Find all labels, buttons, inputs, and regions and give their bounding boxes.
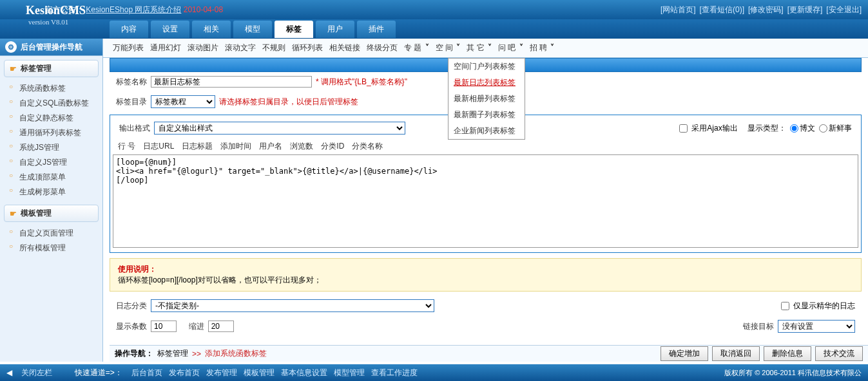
sidebar-group[interactable]: ☛模板管理	[4, 205, 99, 222]
op-nav: 操作导航： 标签管理 >> 添加系统函数标签 确定增加取消返回删除信息技术交流	[110, 345, 868, 362]
token[interactable]: 用户名	[259, 141, 282, 152]
dir-select[interactable]: 标签教程	[151, 95, 215, 108]
subnav-item[interactable]: 其 它 ˅	[467, 42, 492, 53]
sidebar-group[interactable]: ☛标签管理	[4, 60, 99, 77]
subnav-item[interactable]: 相关链接	[329, 42, 360, 53]
chevron-down-icon: ˅	[517, 43, 523, 52]
sidebar-header: ⚙ 后台管理操作导航	[0, 39, 102, 56]
sidebar-item[interactable]: 系统函数标签	[9, 81, 97, 96]
action-button[interactable]: 删除信息	[764, 346, 811, 361]
dir-label: 标签目录	[116, 97, 147, 107]
token[interactable]: 日志URL	[143, 141, 174, 152]
tab-内容[interactable]: 内容	[110, 21, 148, 38]
sidebar-item[interactable]: 生成树形菜单	[9, 185, 97, 200]
footer-link[interactable]: 查看工作进度	[371, 368, 418, 377]
top-link[interactable]: [修改密码]	[748, 5, 784, 15]
footer-link[interactable]: 模型管理	[334, 368, 365, 377]
chevron-down-icon: ˅	[423, 43, 429, 52]
action-button[interactable]: 取消返回	[712, 346, 760, 361]
token[interactable]: 添加时间	[220, 141, 251, 152]
gear-icon: ⚙	[5, 41, 17, 53]
subnav-item[interactable]: 招 聘 ˅	[530, 42, 555, 53]
subnav-item[interactable]: 滚动文字	[225, 42, 256, 53]
cat-select[interactable]: -不指定类别-	[151, 299, 434, 312]
essence-check[interactable]	[781, 302, 789, 310]
hand-icon: ☛	[10, 64, 17, 73]
chevron-down-icon: ˅	[486, 43, 492, 52]
close-sidebar-icon[interactable]: ◀	[6, 368, 12, 377]
rows-input[interactable]	[151, 321, 177, 332]
fmt-select[interactable]: 自定义输出样式	[154, 122, 405, 135]
footer-link[interactable]: 后台首页	[131, 368, 162, 377]
breadcrumb-current: 添加系统函数标签	[205, 348, 267, 359]
close-sidebar[interactable]: 关闭左栏	[21, 367, 52, 378]
token[interactable]: 日志标题	[182, 141, 213, 152]
tab-相关[interactable]: 相关	[192, 21, 231, 38]
breadcrumb-path[interactable]: 标签管理	[157, 348, 188, 359]
dropdown-item[interactable]: 空间门户列表标签	[448, 59, 525, 75]
top-link[interactable]: [安全退出]	[826, 5, 862, 15]
type-radio-blog[interactable]	[790, 124, 798, 133]
fmt-label: 输出格式	[119, 123, 150, 134]
dropdown-item[interactable]: 最新圈子列表标签	[448, 107, 525, 123]
rows-label: 显示条数	[116, 321, 147, 332]
name-hint: * 调用格式"{LB_标签名称}"	[316, 77, 407, 88]
subnav-item[interactable]: 空 间 ˅	[436, 42, 461, 53]
sidebar-item[interactable]: 自定义JS管理	[9, 155, 97, 170]
footer-link[interactable]: 模板管理	[244, 368, 275, 377]
subnav-item[interactable]: 不规则	[262, 42, 285, 53]
type-radio-fresh[interactable]	[819, 124, 827, 133]
subnav-item[interactable]: 万能列表	[113, 42, 144, 53]
sidebar-item[interactable]: 系统JS管理	[9, 140, 97, 155]
sidebar-item[interactable]: 所有模板管理	[9, 241, 97, 256]
logo: KesionCMS	[26, 4, 86, 17]
chevron-down-icon: ˅	[454, 43, 460, 52]
footer-link[interactable]: 发布管理	[206, 368, 237, 377]
footer-link[interactable]: 基本信息设置	[281, 368, 327, 377]
usage-box: 使用说明： 循环标签[loop=n][/loop]对可以省略，也可以平行出现多对…	[110, 258, 862, 292]
token[interactable]: 分类名称	[352, 141, 383, 152]
action-button[interactable]: 技术交流	[815, 346, 863, 361]
sidebar-item[interactable]: 自定义页面管理	[9, 226, 97, 241]
footer-link[interactable]: 发布首页	[169, 368, 200, 377]
ajax-check[interactable]	[679, 124, 688, 133]
tab-用户[interactable]: 用户	[316, 21, 354, 38]
tab-模型[interactable]: 模型	[233, 21, 272, 38]
name-label: 标签名称	[116, 77, 147, 88]
chevron-down-icon: ˅	[548, 43, 554, 52]
subnav-item[interactable]: 问 吧 ˅	[498, 42, 523, 53]
token[interactable]: 浏览数	[290, 141, 313, 152]
top-link[interactable]: [更新缓存]	[787, 5, 823, 15]
sidebar-item[interactable]: 通用循环列表标签	[9, 125, 97, 140]
top-links: [网站首页][查看短信(0)][修改密码][更新缓存][安全退出]	[661, 5, 862, 15]
token[interactable]: 行 号	[118, 141, 135, 152]
subnav-item[interactable]: 滚动图片	[188, 42, 218, 53]
dropdown-item[interactable]: 最新日志列表标签	[448, 75, 525, 91]
cat-label: 日志分类	[116, 301, 147, 311]
hand-icon: ☛	[10, 209, 17, 218]
indent-input[interactable]	[208, 321, 234, 332]
indent-label: 缩进	[189, 321, 204, 332]
link-select[interactable]: 没有设置	[778, 320, 855, 333]
subnav-item[interactable]: 循环列表	[292, 42, 323, 53]
subnav-item[interactable]: 通用幻灯	[150, 42, 181, 53]
space-dropdown[interactable]: 空间门户列表标签最新日志列表标签最新相册列表标签最新圈子列表标签企业新闻列表标签	[448, 58, 525, 140]
sidebar-item[interactable]: 生成顶部菜单	[9, 170, 97, 185]
main-tabs: 内容设置相关模型标签用户插件	[110, 21, 396, 38]
tab-设置[interactable]: 设置	[151, 21, 189, 38]
subnav-item[interactable]: 终级分页	[367, 42, 398, 53]
sidebar-item[interactable]: 自定义SQL函数标签	[9, 96, 97, 111]
announce-link[interactable]: KesionEShop 网店系统介绍	[86, 5, 181, 14]
sidebar-item[interactable]: 自定义静态标签	[9, 111, 97, 125]
subnav-item[interactable]: 专 题 ˅	[404, 42, 429, 53]
dropdown-item[interactable]: 企业新闻列表标签	[448, 123, 525, 139]
action-button[interactable]: 确定增加	[661, 346, 708, 361]
dropdown-item[interactable]: 最新相册列表标签	[448, 91, 525, 107]
name-input[interactable]	[151, 76, 312, 88]
tab-插件[interactable]: 插件	[357, 21, 396, 38]
top-link[interactable]: [查看短信(0)]	[700, 5, 744, 15]
token[interactable]: 分类ID	[321, 141, 344, 152]
top-link[interactable]: [网站首页]	[661, 5, 696, 15]
code-textarea[interactable]	[113, 154, 858, 248]
tab-标签[interactable]: 标签	[275, 21, 313, 38]
